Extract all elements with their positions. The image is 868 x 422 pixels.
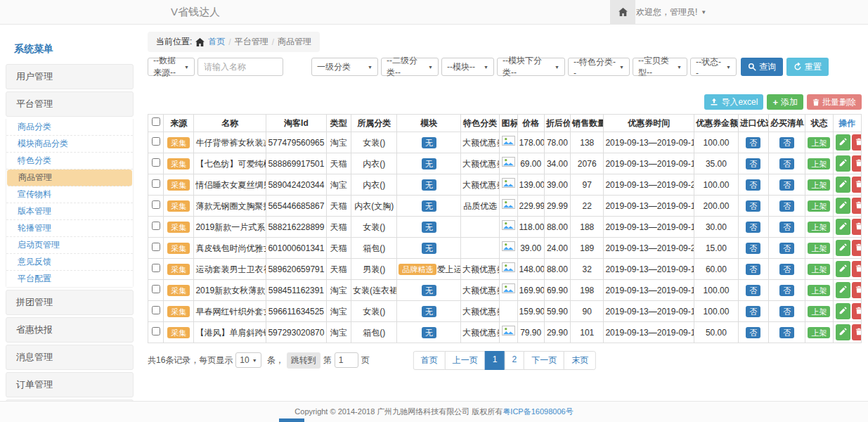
row-checkbox[interactable] (152, 243, 160, 251)
import-select-badge[interactable]: 否 (746, 285, 760, 296)
sidebar-section-用户管理[interactable]: 用户管理 (6, 64, 134, 89)
row-checkbox[interactable] (152, 306, 160, 314)
sidebar-section-订单管理[interactable]: 订单管理 (6, 372, 134, 397)
must-buy-badge[interactable]: 否 (779, 264, 794, 275)
row-checkbox[interactable] (152, 137, 160, 146)
status-badge[interactable]: 上架 (808, 285, 830, 296)
reset-button[interactable]: 重置 (786, 58, 829, 76)
level2-category-select[interactable]: --二级分类--▼ (381, 58, 439, 76)
add-button[interactable]: + 添加 (767, 94, 803, 110)
select-all-checkbox[interactable] (152, 117, 160, 126)
edit-button[interactable] (836, 303, 850, 319)
must-buy-badge[interactable]: 否 (779, 179, 794, 191)
breadcrumb-home-link[interactable]: 首页 (208, 36, 225, 48)
must-buy-badge[interactable]: 否 (779, 243, 794, 254)
must-buy-badge[interactable]: 否 (779, 285, 794, 296)
jump-button[interactable]: 跳转到 (287, 352, 320, 369)
batch-delete-button[interactable]: 批量删除 (807, 94, 862, 110)
prev-page-button[interactable]: 上一页 (445, 351, 486, 370)
sidebar-item-启动页管理[interactable]: 启动页管理 (6, 237, 133, 254)
edit-button[interactable] (836, 282, 850, 298)
sidebar-item-轮播管理[interactable]: 轮播管理 (6, 220, 133, 237)
name-input[interactable] (197, 58, 283, 76)
sidebar-section-省惠快报[interactable]: 省惠快报 (6, 317, 134, 343)
feature-category-select[interactable]: --特色分类--▼ (568, 58, 630, 76)
sidebar-section-平台管理[interactable]: 平台管理 (6, 91, 134, 117)
delete-button[interactable] (852, 219, 862, 235)
import-select-badge[interactable]: 否 (746, 306, 760, 317)
user-menu[interactable]: 欢迎您，管理员! ▼ (636, 0, 706, 24)
must-buy-badge[interactable]: 否 (779, 200, 794, 212)
delete-button[interactable] (852, 134, 862, 151)
import-select-badge[interactable]: 否 (746, 200, 760, 212)
row-checkbox[interactable] (152, 179, 160, 188)
status-badge[interactable]: 上架 (808, 222, 830, 233)
page-number-button[interactable]: 1 (485, 351, 505, 370)
sidebar-section-拼团管理[interactable]: 拼团管理 (6, 290, 134, 315)
must-buy-badge[interactable]: 否 (779, 137, 794, 148)
import-select-badge[interactable]: 否 (746, 137, 760, 148)
import-excel-button[interactable]: 导入excel (704, 94, 763, 110)
status-badge[interactable]: 上架 (808, 179, 830, 191)
delete-button[interactable] (852, 303, 862, 319)
edit-button[interactable] (836, 134, 850, 151)
module-subcategory-select[interactable]: --模块下分类--▼ (497, 58, 565, 76)
import-select-badge[interactable]: 否 (746, 179, 760, 191)
first-page-button[interactable]: 首页 (413, 351, 446, 370)
delete-button[interactable] (852, 324, 862, 340)
status-badge[interactable]: 上架 (808, 264, 830, 275)
sidebar-item-模块商品分类[interactable]: 模块商品分类 (6, 136, 133, 153)
page-input[interactable] (335, 352, 358, 368)
sidebar-item-宣传物料[interactable]: 宣传物料 (6, 186, 133, 203)
row-checkbox[interactable] (152, 158, 160, 167)
status-badge[interactable]: 上架 (808, 137, 830, 148)
row-checkbox[interactable] (152, 200, 160, 209)
import-select-badge[interactable]: 否 (746, 264, 760, 275)
must-buy-badge[interactable]: 否 (779, 306, 794, 317)
import-select-badge[interactable]: 否 (746, 222, 760, 233)
sidebar-item-商品分类[interactable]: 商品分类 (6, 119, 133, 136)
status-badge[interactable]: 上架 (808, 306, 830, 317)
sidebar-item-平台配置[interactable]: 平台配置 (6, 271, 133, 287)
per-page-select[interactable]: 10 ▼ (235, 352, 261, 368)
delete-button[interactable] (852, 198, 862, 214)
sidebar-item-版本管理[interactable]: 版本管理 (6, 203, 133, 220)
edit-button[interactable] (836, 240, 850, 256)
edit-button[interactable] (836, 261, 850, 277)
sidebar-item-特色分类[interactable]: 特色分类 (6, 153, 133, 170)
import-select-badge[interactable]: 否 (746, 158, 760, 170)
delete-button[interactable] (852, 155, 862, 172)
data-source-select[interactable]: --数据来源--▼ (148, 58, 195, 76)
status-badge[interactable]: 上架 (808, 327, 830, 338)
status-badge[interactable]: 上架 (808, 243, 830, 254)
status-badge[interactable]: 上架 (808, 200, 830, 212)
must-buy-badge[interactable]: 否 (779, 222, 794, 233)
module-select[interactable]: --模块--▼ (441, 58, 494, 76)
edit-button[interactable] (836, 198, 850, 214)
row-checkbox[interactable] (152, 222, 160, 230)
edit-button[interactable] (836, 177, 850, 193)
edit-button[interactable] (836, 155, 850, 172)
icp-link[interactable]: 粤ICP备16098006号 (503, 407, 573, 417)
status-badge[interactable]: 上架 (808, 158, 830, 170)
import-select-badge[interactable]: 否 (746, 327, 760, 338)
delete-button[interactable] (852, 177, 862, 193)
import-select-badge[interactable]: 否 (746, 243, 760, 254)
status-select[interactable]: --状态--▼ (690, 58, 737, 76)
delete-button[interactable] (852, 261, 862, 277)
delete-button[interactable] (852, 240, 862, 256)
sidebar-section-消息管理[interactable]: 消息管理 (6, 345, 134, 370)
next-page-button[interactable]: 下一页 (524, 351, 564, 370)
delete-button[interactable] (852, 282, 862, 298)
sidebar-item-商品管理[interactable]: 商品管理 (7, 170, 132, 186)
sidebar-item-意见反馈[interactable]: 意见反馈 (6, 254, 133, 271)
edit-button[interactable] (836, 219, 850, 235)
row-checkbox[interactable] (152, 327, 160, 335)
must-buy-badge[interactable]: 否 (779, 327, 794, 338)
level1-category-select[interactable]: 一级分类▼ (311, 58, 378, 76)
item-type-select[interactable]: --宝贝类型--▼ (633, 58, 687, 76)
page-number-button[interactable]: 2 (505, 351, 525, 370)
row-checkbox[interactable] (152, 264, 160, 272)
last-page-button[interactable]: 末页 (564, 351, 596, 370)
row-checkbox[interactable] (152, 285, 160, 293)
